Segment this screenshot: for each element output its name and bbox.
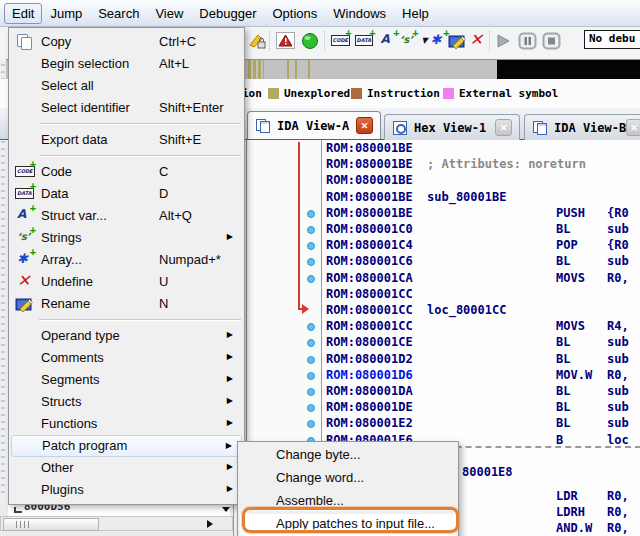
menu-item-comments[interactable]: Comments▶	[11, 347, 242, 369]
tab-close-icon[interactable]: ✕	[495, 119, 512, 136]
menu-windows[interactable]: Windows	[325, 3, 394, 24]
tab-close-icon[interactable]: ✕	[626, 119, 640, 136]
legend-swatch	[268, 88, 279, 99]
instruction-dot	[307, 226, 315, 234]
listing-row[interactable]: ROM:080001C6BLsub	[247, 253, 640, 269]
tab-hex-view-1[interactable]: Hex View-1✕	[384, 114, 520, 140]
menu-item-shortcut: D	[159, 186, 168, 201]
debug-run-button[interactable]	[493, 31, 514, 51]
menu-jump[interactable]: Jump	[42, 3, 90, 24]
debugger-selector[interactable]: No debu	[584, 30, 640, 49]
listing-row[interactable]: ROM:080001CEBLsub	[247, 334, 640, 350]
menu-help[interactable]: Help	[394, 3, 437, 24]
listing-row[interactable]: ROM:080001E2BLsub	[247, 415, 640, 431]
submenu-item-change-word[interactable]: Change word...	[240, 468, 456, 491]
listing-row[interactable]: ROM:080001DABLsub	[247, 383, 640, 399]
menu-search[interactable]: Search	[90, 3, 147, 24]
listing-row[interactable]: ROM:080001BE	[247, 172, 640, 188]
create-code-button[interactable]: CODE+	[330, 31, 351, 51]
menu-edit[interactable]: Edit	[4, 3, 42, 24]
horizontal-scrollbar[interactable]	[0, 516, 233, 531]
create-struct-button[interactable]: A+	[378, 31, 399, 51]
undefine-x-button[interactable]: ✕	[467, 31, 488, 51]
menu-item-operand-type[interactable]: Operand type▶	[11, 325, 242, 347]
menu-item-label: Patch program	[42, 438, 127, 453]
scroll-right-icon[interactable]	[207, 520, 213, 528]
mnemonic: PUSH	[556, 205, 585, 221]
menu-item-other[interactable]: Other▶	[11, 457, 242, 479]
menu-item-struct-var[interactable]: A+Struct var...Alt+Q	[11, 205, 242, 227]
operand: sub	[607, 351, 629, 367]
menu-item-select-identifier[interactable]: Select identifierShift+Enter	[11, 97, 242, 119]
menu-item-data[interactable]: DATA+DataD	[11, 183, 242, 205]
menu-item-copy[interactable]: CopyCtrl+C	[11, 31, 242, 53]
listing-row[interactable]: ROM:080001CC	[247, 286, 640, 302]
menu-item-structs[interactable]: Structs▶	[11, 391, 242, 413]
listing-row[interactable]: ROM:080001D6MOV.WR0,	[247, 367, 640, 383]
menu-item-label: Comments	[41, 350, 104, 365]
listing-row[interactable]: ROM:080001C0BLsub	[247, 221, 640, 237]
menu-item-label: Segments	[41, 372, 100, 387]
rename-edit-button[interactable]	[447, 31, 468, 51]
instruction-dot	[307, 275, 315, 283]
menu-view[interactable]: View	[147, 3, 191, 24]
address: ROM:080001BE	[326, 172, 413, 188]
menu-item-strings[interactable]: ‘s’+Strings▶	[11, 227, 242, 249]
menu-item-plugins[interactable]: Plugins▶	[11, 479, 242, 501]
submenu-arrow-icon: ▶	[227, 374, 233, 383]
code-icon: CODE+	[15, 163, 35, 181]
menu-item-undefine[interactable]: ✕UndefineU	[11, 271, 242, 293]
listing-row[interactable]: ROM:080001CAMOVSR0,	[247, 270, 640, 286]
menu-debugger[interactable]: Debugger	[191, 3, 264, 24]
listing-row[interactable]: ROM:080001BE; Attributes: noreturn	[247, 156, 640, 172]
listing-row[interactable]: ROM:080001BEPUSH{R0	[247, 205, 640, 221]
listing-row[interactable]: ROM:080001DEBLsub	[247, 399, 640, 415]
create-array-icon: ✱+	[429, 32, 449, 50]
debug-run-icon	[494, 32, 514, 50]
debug-stop-button[interactable]	[541, 31, 562, 51]
submenu-item-apply-patches-to-input-file[interactable]: Apply patches to input file...	[240, 514, 456, 536]
create-array-button[interactable]: ✱+	[428, 31, 449, 51]
listing-row[interactable]: ROM:080001C4POP{R0	[247, 237, 640, 253]
debug-pause-button[interactable]	[517, 31, 538, 51]
listing-row[interactable]: ROM:080001BE	[247, 140, 640, 156]
menu-item-patch-program[interactable]: Patch program▶	[11, 435, 242, 457]
tab-ida-view-a[interactable]: IDA View-A✕	[247, 111, 381, 139]
address: ROM:080001C0	[326, 221, 413, 237]
operand: sub	[607, 415, 629, 431]
menu-item-rename[interactable]: RenameN	[11, 293, 242, 315]
green-dot-button[interactable]	[300, 31, 321, 51]
listing-row[interactable]: ROM:080001D2BLsub	[247, 351, 640, 367]
listing-row[interactable]: ROM:080001CCloc_80001CC	[247, 302, 640, 318]
legend-label: External symbol	[459, 87, 558, 100]
navband-stripe	[295, 60, 297, 79]
listing-row[interactable]: ROM:080001BEsub_80001BE	[247, 189, 640, 205]
tab-label: IDA View-A	[277, 119, 349, 133]
menu-item-export-data[interactable]: Export dataShift+E	[11, 129, 242, 151]
menu-item-select-all[interactable]: Select all	[11, 75, 242, 97]
menu-item-functions[interactable]: Functions▶	[11, 413, 242, 435]
address: ROM:080001BE	[326, 189, 413, 205]
menu-item-begin-selection[interactable]: Begin selectionAlt+L	[11, 53, 242, 75]
create-data-button[interactable]: DATA+	[354, 31, 375, 51]
scrollbar-thumb[interactable]	[3, 518, 99, 531]
menu-item-code[interactable]: CODE+CodeC	[11, 161, 242, 183]
legend-label: Instruction	[367, 87, 440, 100]
navband-unloaded	[497, 60, 640, 79]
menu-options[interactable]: Options	[264, 3, 325, 24]
menu-item-label: Other	[41, 460, 74, 475]
warning-triangle-button[interactable]	[275, 31, 296, 51]
tree-branch-icon	[14, 507, 22, 513]
submenu-item-change-byte[interactable]: Change byte...	[240, 445, 456, 468]
tab-ida-view-b[interactable]: IDA View-B✕	[524, 114, 640, 140]
menu-item-label: Export data	[41, 132, 108, 147]
submenu-item-assemble[interactable]: Assemble...	[240, 491, 456, 514]
legend-label: Unexplored	[284, 87, 350, 100]
listing-row[interactable]: ROM:080001CCMOVSR4,	[247, 318, 640, 334]
create-struct-icon: A+	[379, 32, 399, 50]
menu-item-segments[interactable]: Segments▶	[11, 369, 242, 391]
key-lock-button[interactable]	[246, 31, 267, 51]
tab-close-icon[interactable]: ✕	[356, 117, 373, 134]
menu-item-array[interactable]: ✱+Array...Numpad+*	[11, 249, 242, 271]
scroll-down-icon[interactable]	[222, 507, 230, 512]
